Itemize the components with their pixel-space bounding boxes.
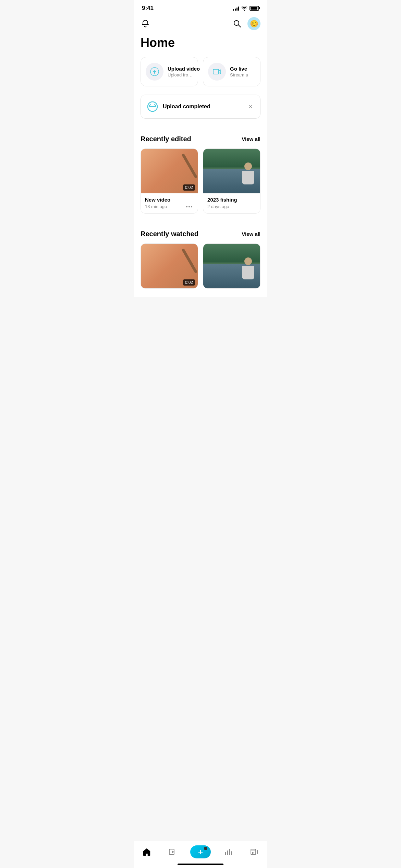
bell-button[interactable] <box>141 19 150 28</box>
recently-watched-section: Recently watched View all 0:02 <box>134 222 267 297</box>
recently-edited-card-0[interactable]: 0:02 New video 13 min ago <box>141 148 198 214</box>
golive-card-subtitle: Stream a <box>230 72 248 77</box>
more-button-0[interactable] <box>185 205 194 209</box>
fishing-person <box>240 162 257 186</box>
thumb-stick-watched <box>182 248 198 273</box>
video-card-time-1: 2 days ago <box>207 204 229 209</box>
signal-icon <box>233 6 239 11</box>
recently-watched-cards: 0:02 <box>141 243 260 297</box>
upload-banner-text: Upload completed <box>163 104 242 110</box>
status-icons <box>233 6 259 11</box>
recently-edited-title: Recently edited <box>141 135 191 143</box>
page-title: Home <box>141 36 260 50</box>
video-thumb-1 <box>203 149 260 193</box>
recently-edited-section: Recently edited View all 0:02 New video … <box>134 127 267 222</box>
upload-card-text: Upload video Upload from your device <box>168 66 193 77</box>
status-bar: 9:41 <box>134 0 267 14</box>
recently-watched-card-0[interactable]: 0:02 <box>141 243 198 289</box>
thumb-stick <box>182 153 198 178</box>
recently-edited-view-all[interactable]: View all <box>242 136 260 142</box>
golive-card-title: Go live <box>230 66 248 72</box>
upload-video-card[interactable]: Upload video Upload from your device <box>141 57 198 86</box>
video-card-title-1: 2023 fishing <box>207 197 256 203</box>
header: 😊 <box>134 14 267 34</box>
video-thumb-0: 0:02 <box>141 149 198 193</box>
golive-card-text: Go live Stream a <box>230 66 248 77</box>
action-cards: Upload video Upload from your device Go … <box>134 57 267 95</box>
video-card-meta-1: 2 days ago <box>207 204 256 209</box>
fishing-person-watched <box>240 257 257 281</box>
recently-watched-header: Recently watched View all <box>141 230 260 238</box>
watched-thumb-1 <box>203 244 260 288</box>
upload-complete-icon <box>146 100 159 113</box>
upload-icon-wrap <box>146 63 163 81</box>
recently-edited-card-1[interactable]: 2023 fishing 2 days ago <box>203 148 260 214</box>
video-card-title-0: New video <box>145 197 194 203</box>
upload-banner-wrap: Upload completed × <box>134 95 267 127</box>
duration-badge-0: 0:02 <box>183 184 195 191</box>
video-icon <box>212 67 222 76</box>
video-card-info-1: 2023 fishing 2 days ago <box>203 193 260 213</box>
watched-duration-0: 0:02 <box>183 279 195 286</box>
video-card-meta-0: 13 min ago <box>145 204 194 209</box>
upload-banner-close[interactable]: × <box>246 103 255 111</box>
recently-edited-header: Recently edited View all <box>141 135 260 143</box>
recently-edited-cards: 0:02 New video 13 min ago <box>141 148 260 222</box>
svg-line-1 <box>239 25 241 27</box>
fishing-thumb-watched <box>203 244 260 288</box>
upload-card-subtitle: Upload from your device <box>168 72 193 77</box>
recently-watched-title: Recently watched <box>141 230 198 238</box>
status-time: 9:41 <box>142 5 154 12</box>
header-right: 😊 <box>232 17 260 30</box>
upload-banner: Upload completed × <box>141 95 260 119</box>
wifi-icon <box>241 6 247 11</box>
watched-thumb-0: 0:02 <box>141 244 198 288</box>
go-live-card[interactable]: Go live Stream a <box>203 57 260 86</box>
avatar[interactable]: 😊 <box>247 17 260 30</box>
search-button[interactable] <box>232 19 242 28</box>
fishing-thumb <box>203 149 260 193</box>
video-card-time-0: 13 min ago <box>145 204 167 209</box>
recently-watched-card-1[interactable] <box>203 243 260 289</box>
svg-rect-3 <box>213 69 219 74</box>
video-card-info-0: New video 13 min ago <box>141 193 198 213</box>
recently-watched-view-all[interactable]: View all <box>242 231 260 237</box>
upload-icon <box>150 67 159 76</box>
golive-icon-wrap <box>208 63 226 81</box>
battery-icon <box>250 6 259 11</box>
upload-card-title: Upload video <box>168 66 193 72</box>
page-title-section: Home <box>134 34 267 57</box>
